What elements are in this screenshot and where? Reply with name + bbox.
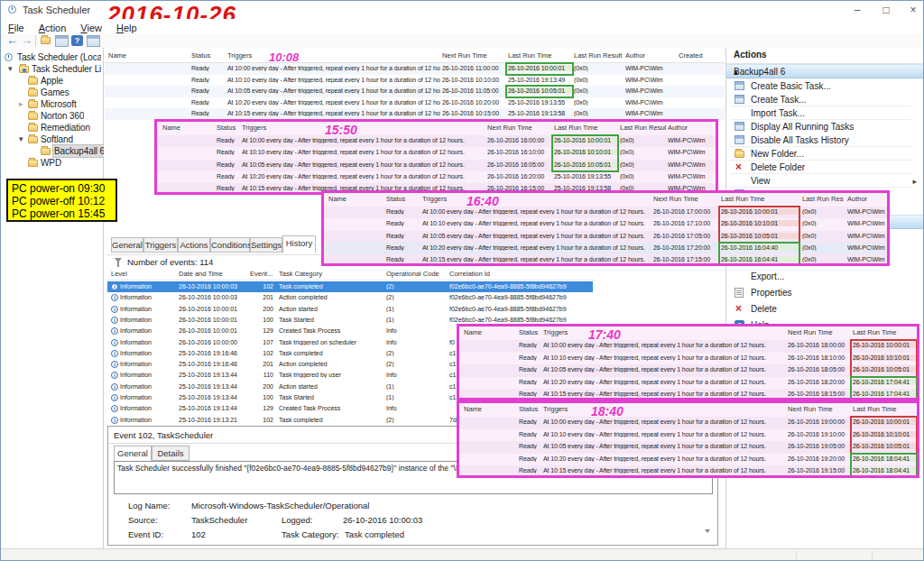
expander-open-icon[interactable]: ▾ (19, 133, 23, 145)
column-header-last_run[interactable]: Last Run Time (554, 124, 617, 132)
column-header-trigger[interactable]: Triggers (227, 51, 440, 60)
task-row[interactable]: b4a_Contact...ReadyAt 10:10 every day - … (105, 75, 725, 87)
tree-item-microsoft[interactable]: ▸Microsoft (1, 98, 103, 110)
panel-layout-icon[interactable] (87, 35, 100, 47)
back-icon[interactable]: ← (6, 34, 18, 47)
column-header-opcode[interactable]: Operational Code (386, 270, 445, 278)
task-row[interactable]: b4a_Contact...ReadyAt 10:20 every day - … (459, 454, 917, 466)
column-header-status[interactable]: Status (519, 328, 544, 336)
column-header-result[interactable]: Last Run Result (574, 51, 624, 60)
tree-item-norton-360[interactable]: Norton 360 (1, 110, 103, 122)
action-view[interactable]: View▸ (726, 175, 924, 189)
tree-item-games[interactable]: Games (1, 87, 103, 98)
column-header-trigger[interactable]: Triggers (242, 124, 485, 132)
column-header-category[interactable]: Task Category (279, 270, 383, 278)
filter-icon[interactable] (115, 258, 122, 262)
column-header-status[interactable]: Status (191, 51, 226, 60)
tab-settings[interactable]: Settings (250, 237, 282, 253)
task-row[interactable]: b4a_Contact...ReadyAt 10:05 every day - … (459, 441, 917, 454)
action-display-all-running-tasks[interactable]: Display All Running Tasks (726, 121, 924, 134)
task-row[interactable]: b4a_Contact...ReadyAt 10:05 every day - … (105, 86, 725, 97)
maximize-button[interactable]: □ (876, 3, 896, 17)
task-row[interactable]: b4a_ContactsReadyAt 10:00 every day - Af… (324, 207, 887, 218)
column-header-trigger[interactable]: Triggers (543, 405, 785, 413)
help-icon[interactable]: ? (71, 35, 83, 46)
column-header-name[interactable]: Name (328, 195, 383, 203)
tab-triggers[interactable]: Triggers (143, 237, 178, 253)
column-header-result[interactable]: Last Run Result (802, 195, 844, 203)
window-panel-icon[interactable] (55, 35, 69, 47)
task-row[interactable]: b4a_Contact...ReadyAt 10:20 every day - … (459, 377, 917, 390)
history-row[interactable]: iInformation26-10-2016 10:00:03201Action… (107, 292, 593, 303)
column-header-name[interactable]: Name (464, 405, 516, 413)
column-header-correlation[interactable]: Correlation Id (449, 270, 592, 278)
forward-icon[interactable]: → (21, 34, 32, 47)
task-row[interactable]: b4a_ContactsReadyAt 10:00 every day - Af… (459, 417, 917, 429)
column-header-created[interactable]: Created (679, 51, 722, 60)
task-row[interactable]: b4a_Contact...ReadyAt 10:20 every day - … (105, 97, 725, 109)
collapse-icon[interactable]: ▴ (734, 67, 913, 77)
task-row[interactable]: b4a_Contact...ReadyAt 10:20 every day - … (157, 171, 716, 183)
tree-item-task-scheduler-library[interactable]: ▾Task Scheduler Library (1, 63, 103, 75)
history-row[interactable]: iInformation26-10-2016 10:00:01200Action… (107, 304, 593, 315)
column-header-datetime[interactable]: Date and Time (179, 270, 249, 278)
task-row[interactable]: b4a_Contact...ReadyAt 10:05 every day - … (157, 160, 716, 171)
action-new-folder[interactable]: New Folder... (726, 148, 924, 161)
task-row[interactable]: b4a_ContactsReadyAt 10:00 every day - Af… (105, 63, 725, 75)
column-header-status[interactable]: Status (386, 195, 411, 203)
tab-general[interactable]: General (111, 237, 143, 253)
task-row[interactable]: b4a_Contact...ReadyAt 10:05 every day - … (459, 364, 917, 377)
task-row[interactable]: b4a_Contact...ReadyAt 10:05 every day - … (324, 231, 887, 243)
column-header-last_run[interactable]: Last Run Time (853, 405, 916, 413)
column-header-name[interactable]: Name (108, 51, 189, 60)
task-row[interactable]: b4a_Contact...ReadyAt 10:10 every day - … (459, 429, 917, 442)
column-header-next_run[interactable]: Next Run Time (487, 124, 550, 132)
expander-closed-icon[interactable]: ▸ (19, 98, 23, 110)
expander-open-icon[interactable]: ▾ (8, 63, 12, 75)
task-row[interactable]: b4a_Contact...ReadyAt 10:10 every day - … (324, 218, 887, 230)
tree-item-softland[interactable]: ▾Softland (1, 133, 103, 145)
column-header-last_run[interactable]: Last Run Time (721, 195, 799, 203)
action-create-basic-task[interactable]: Create Basic Task... (726, 80, 924, 94)
console-tree-icon[interactable] (41, 37, 51, 44)
scroll-down-icon[interactable] (705, 529, 710, 533)
column-header-level[interactable]: Level (111, 270, 174, 278)
actions-section-backup4all[interactable]: Backup4all 6 ▴ (726, 64, 924, 78)
column-header-event_id[interactable]: Event... (250, 270, 273, 278)
action-import-task[interactable]: Import Task... (726, 107, 924, 121)
tree-item-remediation[interactable]: Remediation (1, 122, 103, 133)
minimize-button[interactable]: – (847, 3, 867, 17)
tab-history[interactable]: History (282, 235, 316, 253)
column-header-next_run[interactable]: Next Run Time (788, 405, 849, 413)
tree-item-apple[interactable]: Apple (1, 75, 103, 87)
column-header-trigger[interactable]: Triggers (543, 328, 785, 336)
column-header-next_run[interactable]: Next Run Time (788, 328, 849, 336)
menu-file[interactable]: File (8, 23, 24, 33)
task-row[interactable]: b4a_Contact...ReadyAt 10:15 every day - … (459, 389, 917, 400)
column-header-trigger[interactable]: Triggers (422, 195, 651, 203)
task-row[interactable]: b4a_Contact...ReadyAt 10:20 every day - … (324, 243, 887, 254)
task-row[interactable]: b4a_ContactsReadyAt 10:00 every day - Af… (459, 340, 917, 353)
tab-details[interactable]: Details (152, 446, 189, 461)
column-header-next_run[interactable]: Next Run Time (442, 51, 506, 60)
tab-actions[interactable]: Actions (178, 237, 210, 253)
task-row[interactable]: b4a_Contact...ReadyAt 10:15 every day - … (459, 465, 917, 478)
action-export[interactable]: Export... (726, 271, 924, 284)
tree-item-backup4all-6[interactable]: Backup4all 6 (1, 145, 103, 157)
column-header-name[interactable]: Name (464, 328, 516, 336)
column-header-status[interactable]: Status (519, 405, 544, 413)
action-delete[interactable]: ×Delete (726, 303, 924, 317)
menu-help[interactable]: Help (116, 23, 137, 33)
task-row[interactable]: b4a_Contact...ReadyAt 10:15 every day - … (324, 254, 887, 266)
action-create-task[interactable]: Create Task... (726, 94, 924, 107)
action-properties[interactable]: Properties (726, 287, 924, 300)
task-row[interactable]: b4a_ContactsReadyAt 10:00 every day - Af… (157, 135, 716, 147)
menu-view[interactable]: View (80, 23, 102, 33)
column-header-last_run[interactable]: Last Run Time (853, 328, 916, 336)
tab-general[interactable]: General (114, 446, 152, 461)
column-header-author[interactable]: Author (668, 124, 716, 132)
close-button[interactable]: × (903, 3, 923, 17)
column-header-author[interactable]: Author (625, 51, 677, 60)
action-delete-folder[interactable]: ×Delete Folder (726, 161, 924, 175)
history-row[interactable]: iInformation26-10-2016 10:00:03102Task c… (107, 281, 593, 292)
